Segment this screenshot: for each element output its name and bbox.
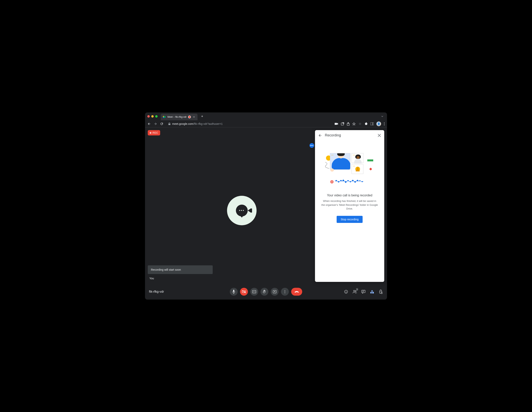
titlebar: Meet – ftk-rfkg-vdr ✕ + bbox=[145, 112, 387, 120]
camera-off-button[interactable] bbox=[240, 288, 248, 296]
tabs-dropdown-icon[interactable] bbox=[380, 115, 385, 118]
maximize-window-icon[interactable] bbox=[155, 115, 158, 118]
tab-recording-icon bbox=[188, 116, 191, 118]
nav-buttons bbox=[147, 122, 163, 126]
svg-point-23 bbox=[346, 291, 346, 291]
panel-close-button[interactable] bbox=[378, 134, 381, 137]
recording-panel: Recording ••• bbox=[315, 130, 384, 282]
svg-rect-4 bbox=[168, 124, 170, 125]
record-icon bbox=[150, 132, 151, 134]
more-options-button[interactable] bbox=[281, 288, 289, 296]
window-controls bbox=[147, 115, 158, 118]
leave-call-button[interactable] bbox=[291, 288, 302, 296]
stop-recording-button[interactable]: Stop recording bbox=[337, 216, 362, 223]
extension-meet-icon[interactable] bbox=[358, 122, 362, 126]
activities-button[interactable] bbox=[370, 289, 374, 294]
svg-point-13 bbox=[384, 125, 385, 125]
url-actions: 👤 bbox=[335, 121, 385, 126]
svg-point-26 bbox=[355, 291, 356, 292]
raise-hand-button[interactable] bbox=[260, 288, 268, 296]
recording-illustration: ••• ••• ••• bbox=[326, 152, 373, 188]
svg-point-34 bbox=[381, 293, 382, 293]
reload-button[interactable] bbox=[160, 122, 163, 126]
panel-heading: Your video call is being recorded bbox=[327, 194, 372, 197]
browser-menu-icon[interactable] bbox=[384, 122, 385, 125]
center-controls bbox=[230, 288, 302, 296]
svg-point-20 bbox=[285, 292, 285, 292]
back-button[interactable] bbox=[147, 122, 151, 126]
svg-rect-14 bbox=[233, 290, 234, 292]
toast-text: Recording will start soon bbox=[151, 268, 181, 271]
participant-self-label: You bbox=[149, 277, 154, 280]
svg-point-33 bbox=[381, 292, 382, 294]
panel-description: When recording has finished, it will be … bbox=[320, 199, 380, 211]
svg-point-25 bbox=[353, 290, 355, 292]
svg-rect-17 bbox=[252, 290, 256, 293]
svg-rect-2 bbox=[163, 117, 164, 118]
microphone-button[interactable] bbox=[230, 288, 238, 296]
chat-button[interactable] bbox=[361, 289, 366, 294]
host-controls-button[interactable] bbox=[378, 289, 383, 294]
svg-rect-9 bbox=[370, 122, 374, 125]
rec-badge-label: REC bbox=[152, 131, 158, 134]
toast-notification: Recording will start soon bbox=[148, 265, 213, 274]
url-host: meet.google.com/ftk-rfkg-vdr?authuser=1 bbox=[172, 122, 223, 125]
right-controls: 1 bbox=[344, 289, 383, 294]
present-screen-button[interactable] bbox=[271, 288, 279, 296]
people-button[interactable]: 1 bbox=[352, 289, 357, 294]
panel-title: Recording bbox=[325, 133, 375, 137]
svg-point-19 bbox=[285, 290, 285, 291]
participants-count-badge: 1 bbox=[356, 288, 359, 291]
open-external-icon[interactable] bbox=[341, 122, 344, 125]
minimize-window-icon[interactable] bbox=[151, 115, 154, 118]
browser-tab[interactable]: Meet – ftk-rfkg-vdr ✕ bbox=[161, 114, 198, 120]
svg-point-30 bbox=[370, 292, 372, 293]
forward-button[interactable] bbox=[154, 122, 157, 126]
svg-rect-1 bbox=[163, 116, 164, 117]
svg-rect-24 bbox=[346, 292, 346, 293]
address-bar[interactable]: meet.google.com/ftk-rfkg-vdr?authuser=1 bbox=[166, 121, 332, 127]
panel-back-button[interactable] bbox=[318, 133, 322, 137]
close-window-icon[interactable] bbox=[147, 115, 150, 118]
new-tab-button[interactable]: + bbox=[199, 114, 205, 119]
svg-point-11 bbox=[384, 122, 385, 123]
meeting-controls-bar: ftk-rfkg-vdr bbox=[145, 284, 387, 300]
svg-rect-3 bbox=[164, 116, 165, 118]
svg-rect-31 bbox=[372, 292, 374, 293]
meeting-code: ftk-rfkg-vdr bbox=[149, 290, 164, 293]
chat-bubble-icon: ••• bbox=[236, 205, 248, 216]
lock-icon bbox=[168, 122, 171, 125]
share-icon[interactable] bbox=[347, 122, 350, 126]
meet-favicon-icon bbox=[163, 115, 166, 119]
tile-options-button[interactable]: ••• bbox=[309, 143, 314, 148]
recording-badge: REC bbox=[148, 130, 160, 136]
bookmark-icon[interactable] bbox=[352, 122, 356, 125]
camera-permission-icon[interactable] bbox=[335, 122, 338, 125]
svg-rect-15 bbox=[242, 291, 245, 293]
meet-main-area: REC ••• ••• Recording will start soon Yo… bbox=[145, 127, 387, 300]
svg-rect-27 bbox=[362, 290, 365, 293]
url-bar: meet.google.com/ftk-rfkg-vdr?authuser=1 … bbox=[145, 120, 387, 127]
meeting-details-button[interactable] bbox=[344, 289, 348, 294]
panel-toggle-icon[interactable] bbox=[370, 122, 374, 125]
browser-window: Meet – ftk-rfkg-vdr ✕ + meet.google.com/… bbox=[145, 112, 387, 300]
svg-rect-5 bbox=[335, 123, 337, 125]
captions-button[interactable] bbox=[250, 288, 258, 296]
camera-icon bbox=[248, 208, 251, 213]
svg-point-21 bbox=[285, 293, 285, 293]
profile-avatar[interactable]: 👤 bbox=[376, 121, 381, 126]
self-video-avatar: ••• bbox=[227, 196, 256, 225]
tab-title: Meet – ftk-rfkg-vdr bbox=[167, 116, 187, 118]
tab-close-button[interactable]: ✕ bbox=[192, 115, 196, 119]
svg-point-8 bbox=[359, 123, 361, 125]
extensions-icon[interactable] bbox=[365, 122, 368, 125]
svg-point-12 bbox=[384, 123, 385, 124]
